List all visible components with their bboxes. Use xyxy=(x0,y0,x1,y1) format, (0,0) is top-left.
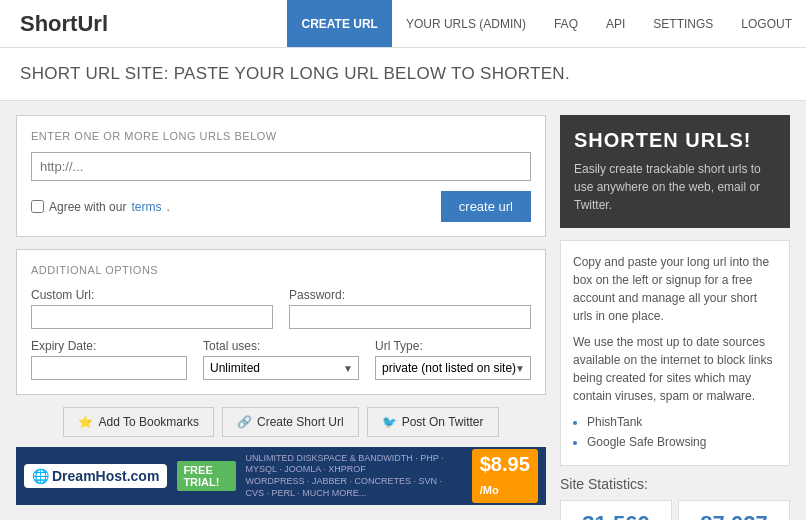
stats-title: Site Statistics: xyxy=(560,476,790,492)
free-trial-badge: FREE TRIAL! xyxy=(177,461,235,491)
options-box: ADDITIONAL OPTIONS Custom Url: Password:… xyxy=(16,249,546,395)
agree-left: Agree with our terms. xyxy=(31,200,170,214)
left-column: ENTER ONE OR MORE LONG URLS BELOW Agree … xyxy=(16,115,546,520)
banner: 🌐 DreamHost.com FREE TRIAL! UNLIMITED DI… xyxy=(16,447,546,505)
stat-short-urls: 31,560 Total Short Urls xyxy=(560,500,672,520)
create-short-icon: 🔗 xyxy=(237,415,252,429)
total-uses-label: Total uses: xyxy=(203,339,359,353)
nav-api[interactable]: API xyxy=(592,0,639,47)
stat-url-visits-num: 87,027 xyxy=(687,511,781,520)
price-mo: /Mo xyxy=(480,484,499,496)
right-column: SHORTEN URLS! Easily create trackable sh… xyxy=(560,115,790,520)
password-input[interactable] xyxy=(289,305,531,329)
create-url-button[interactable]: create url xyxy=(441,191,531,222)
banner-line1: UNLIMITED DISKSPACE & BANDWIDTH · PHP · … xyxy=(246,453,462,476)
nav-your-urls[interactable]: YOUR URLS (ADMIN) xyxy=(392,0,540,47)
password-label: Password: xyxy=(289,288,531,302)
banner-text: UNLIMITED DISKSPACE & BANDWIDTH · PHP · … xyxy=(246,453,462,500)
price-value: $8.95 xyxy=(480,453,530,475)
stats-grid: 31,560 Total Short Urls 87,027 Total Url… xyxy=(560,500,790,520)
dreamhost-logo: 🌐 DreamHost.com xyxy=(24,464,167,488)
logo: ShortUrl xyxy=(0,11,128,37)
twitter-label: Post On Twitter xyxy=(402,415,484,429)
sources-list: PhishTank Google Safe Browsing xyxy=(587,413,777,451)
nav-settings[interactable]: SETTINGS xyxy=(639,0,727,47)
nav-logout[interactable]: LOGOUT xyxy=(727,0,806,47)
expiry-input[interactable] xyxy=(31,356,187,380)
price-badge: $8.95 /Mo xyxy=(472,449,538,503)
agree-text: Agree with our xyxy=(49,200,126,214)
total-uses-select[interactable]: Unlimited 1 5 10 xyxy=(203,356,359,380)
create-short-label: Create Short Url xyxy=(257,415,344,429)
agree-checkbox[interactable] xyxy=(31,200,44,213)
terms-link[interactable]: terms xyxy=(131,200,161,214)
nav-faq[interactable]: FAQ xyxy=(540,0,592,47)
total-uses-field: Total uses: Unlimited 1 5 10 ▼ xyxy=(203,339,359,380)
post-twitter-button[interactable]: 🐦 Post On Twitter xyxy=(367,407,499,437)
hero-section: SHORT URL SITE: PASTE YOUR LONG URL BELO… xyxy=(0,48,806,101)
shorten-title: SHORTEN URLS! xyxy=(574,129,776,152)
custom-url-label: Custom Url: xyxy=(31,288,273,302)
nav: CREATE URL YOUR URLS (ADMIN) FAQ API SET… xyxy=(287,0,806,47)
hero-bold: SHORT URL SITE: xyxy=(20,64,169,83)
options-row1: Custom Url: Password: xyxy=(31,288,531,329)
bookmark-icon: ⭐ xyxy=(78,415,93,429)
url-type-select-wrap: private (not listed on site) public (lis… xyxy=(375,356,531,380)
custom-url-input[interactable] xyxy=(31,305,273,329)
password-field: Password: xyxy=(289,288,531,329)
shorten-desc: Easily create trackable short urls to us… xyxy=(574,160,776,214)
stats-section: Site Statistics: 31,560 Total Short Urls… xyxy=(560,476,790,520)
source-google: Google Safe Browsing xyxy=(587,433,777,451)
url-box-label: ENTER ONE OR MORE LONG URLS BELOW xyxy=(31,130,531,142)
action-row: ⭐ Add To Bookmarks 🔗 Create Short Url 🐦 … xyxy=(16,407,546,437)
add-bookmark-button[interactable]: ⭐ Add To Bookmarks xyxy=(63,407,214,437)
options-label: ADDITIONAL OPTIONS xyxy=(31,264,531,276)
url-input-box: ENTER ONE OR MORE LONG URLS BELOW Agree … xyxy=(16,115,546,237)
dh-logo-text: 🌐 xyxy=(32,468,49,484)
bookmark-label: Add To Bookmarks xyxy=(98,415,199,429)
create-short-url-button[interactable]: 🔗 Create Short Url xyxy=(222,407,359,437)
twitter-icon: 🐦 xyxy=(382,415,397,429)
dh-logo-name: DreamHost.com xyxy=(52,468,159,484)
stat-url-visits: 87,027 Total Url Visits xyxy=(678,500,790,520)
main-layout: ENTER ONE OR MORE LONG URLS BELOW Agree … xyxy=(0,101,806,520)
expiry-field: Expiry Date: xyxy=(31,339,187,380)
total-uses-select-wrap: Unlimited 1 5 10 ▼ xyxy=(203,356,359,380)
banner-inner: 🌐 DreamHost.com FREE TRIAL! UNLIMITED DI… xyxy=(24,449,538,503)
header: ShortUrl CREATE URL YOUR URLS (ADMIN) FA… xyxy=(0,0,806,48)
info-box: Copy and paste your long url into the bo… xyxy=(560,240,790,466)
expiry-label: Expiry Date: xyxy=(31,339,187,353)
url-type-field: Url Type: private (not listed on site) p… xyxy=(375,339,531,380)
info-text-1: Copy and paste your long url into the bo… xyxy=(573,253,777,325)
nav-create-url[interactable]: CREATE URL xyxy=(287,0,391,47)
info-text-2: We use the most up to date sources avail… xyxy=(573,333,777,405)
custom-url-field: Custom Url: xyxy=(31,288,273,329)
url-type-select[interactable]: private (not listed on site) public (lis… xyxy=(375,356,531,380)
banner-line2: WORDPRESS · JABBER · CONCRETES · SVN · C… xyxy=(246,476,462,499)
url-type-label: Url Type: xyxy=(375,339,531,353)
agree-row: Agree with our terms. create url xyxy=(31,191,531,222)
shorten-box: SHORTEN URLS! Easily create trackable sh… xyxy=(560,115,790,228)
stat-short-urls-num: 31,560 xyxy=(569,511,663,520)
hero-rest: PASTE YOUR LONG URL BELOW TO SHORTEN. xyxy=(169,64,570,83)
hero-text: SHORT URL SITE: PASTE YOUR LONG URL BELO… xyxy=(20,64,786,84)
options-row2: Expiry Date: Total uses: Unlimited 1 5 1… xyxy=(31,339,531,380)
source-phishtank: PhishTank xyxy=(587,413,777,431)
url-input[interactable] xyxy=(31,152,531,181)
